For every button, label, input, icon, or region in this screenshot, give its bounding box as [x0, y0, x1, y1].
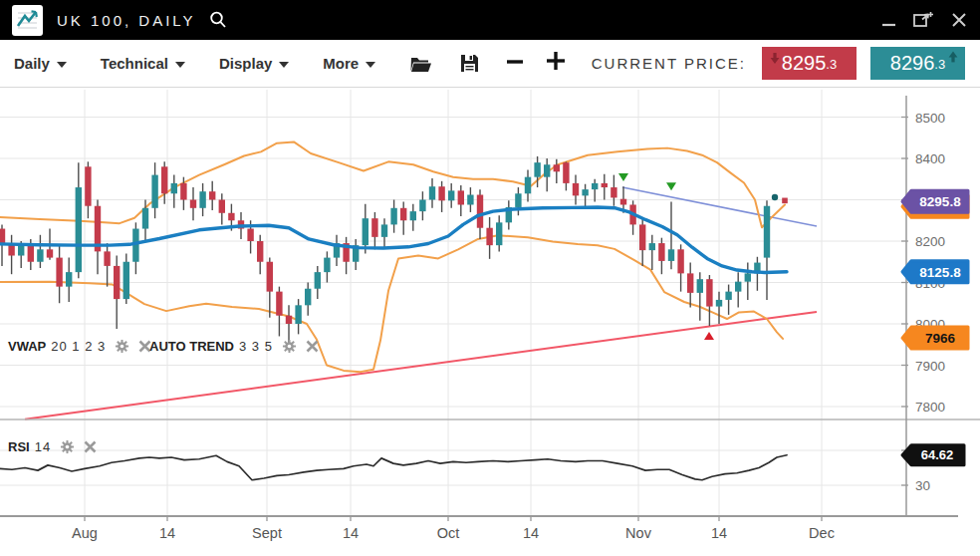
instrument-title: UK 100, DAILY: [57, 12, 196, 29]
candle-body: [554, 164, 560, 171]
candle-body: [400, 208, 406, 220]
chevron-down-icon: [366, 62, 375, 68]
chevron-down-icon: [57, 62, 67, 68]
candle-body: [697, 279, 703, 293]
forecast-dot: [772, 194, 778, 200]
gear-icon: [60, 439, 75, 454]
candle-body: [228, 213, 234, 220]
zoom-out-button[interactable]: [506, 48, 524, 79]
auto-trend-remove-button[interactable]: [306, 340, 319, 353]
time-tick-label: 14: [523, 525, 539, 541]
vwap-params: 20 1 2 3: [51, 339, 106, 354]
arrow-up-icon: [948, 51, 958, 63]
menu-technical[interactable]: Technical: [101, 55, 185, 72]
time-tick-label: Sept: [252, 525, 282, 541]
candle-body: [161, 166, 167, 193]
candle-body: [458, 190, 464, 204]
menu-more[interactable]: More: [323, 55, 375, 72]
candle-body: [56, 258, 62, 287]
candle-body: [151, 175, 157, 208]
auto-trend-indicator-label: AUTO TREND 3 3 5: [149, 339, 319, 354]
buy-price-value: 8296.3: [890, 52, 945, 75]
buy-price-badge[interactable]: 8296.3: [870, 47, 965, 80]
candle-body: [592, 183, 598, 189]
candle-body: [706, 279, 712, 306]
time-tick-label: 14: [159, 525, 175, 541]
sell-signal-icon: [618, 173, 628, 181]
close-icon: [84, 440, 97, 453]
chart-toolbar: Daily Technical Display More CURRENT PRI…: [0, 40, 980, 88]
candle-body: [725, 292, 731, 300]
time-tick-label: Nov: [625, 525, 652, 541]
price-tag-label: 8295.8: [919, 194, 961, 209]
candle-body: [371, 218, 377, 237]
auto-trend-settings-button[interactable]: [282, 339, 297, 354]
candle-body: [544, 164, 550, 176]
zoom-in-button[interactable]: [546, 48, 566, 79]
menu-daily[interactable]: Daily: [14, 55, 67, 72]
rsi-params: 14: [35, 439, 51, 454]
candle-body: [486, 228, 492, 245]
candle-body: [286, 316, 292, 324]
sell-price-value: 8295.3: [782, 52, 837, 75]
vwap-indicator-label: VWAP 20 1 2 3: [8, 339, 151, 354]
candle-body: [267, 262, 273, 292]
close-icon: [306, 340, 319, 353]
minimize-icon: [881, 12, 896, 28]
candle-body: [525, 177, 531, 194]
candle-body: [534, 162, 540, 177]
candle-body: [563, 162, 569, 183]
candle-body: [658, 243, 664, 261]
candle-body: [47, 249, 53, 257]
minus-icon: [506, 48, 524, 74]
rsi-line: [0, 455, 787, 480]
candle-body: [716, 300, 722, 307]
menu-display[interactable]: Display: [219, 55, 289, 72]
price-tick-label: 7800: [915, 400, 945, 415]
menu-technical-label: Technical: [101, 55, 168, 72]
candle-body: [448, 190, 454, 200]
menu-daily-label: Daily: [14, 55, 50, 72]
candle-body: [611, 187, 616, 197]
rsi-value-label: 64.62: [921, 447, 954, 462]
candle-body: [745, 273, 751, 281]
search-icon[interactable]: [208, 10, 228, 30]
close-button[interactable]: [950, 11, 968, 29]
rsi-settings-button[interactable]: [60, 439, 75, 454]
rsi-remove-button[interactable]: [84, 440, 97, 453]
popout-icon: [912, 10, 934, 30]
candle-body: [66, 272, 72, 287]
minimize-button[interactable]: [881, 12, 896, 28]
candle-body: [467, 195, 473, 205]
price-tick-label: 7900: [915, 359, 945, 374]
rsi-level-label: 30: [915, 478, 930, 493]
candle-body: [104, 251, 110, 266]
candle-body: [295, 305, 301, 324]
candle-body: [142, 208, 148, 229]
auto-trend-params: 3 3 5: [239, 339, 273, 354]
candle-body: [582, 189, 588, 195]
save-chart-button[interactable]: [459, 53, 480, 74]
candle-body: [305, 289, 311, 306]
price-chart-canvas[interactable]: 850084008300820081008000790078007030Aug1…: [0, 88, 980, 556]
price-tag-label: 8125.8: [919, 265, 961, 280]
candle-body: [123, 262, 129, 299]
candle-body: [171, 183, 177, 193]
auto-trend-name: AUTO TREND: [149, 339, 234, 354]
candle-body: [639, 224, 645, 250]
candle-body: [438, 186, 444, 200]
candle-body: [677, 249, 683, 273]
window-controls: [881, 10, 968, 30]
menu-display-label: Display: [219, 55, 272, 72]
vwap-name: VWAP: [8, 339, 46, 354]
vwap-settings-button[interactable]: [115, 339, 129, 354]
candle-body: [602, 183, 608, 187]
candle-body: [324, 258, 330, 273]
popout-button[interactable]: [912, 10, 934, 30]
titlebar: UK 100, DAILY: [0, 0, 980, 40]
gear-icon: [115, 339, 129, 354]
candle-body: [0, 229, 5, 244]
candle-body: [573, 183, 579, 195]
sell-price-badge[interactable]: 8295.3: [762, 47, 857, 80]
open-chart-button[interactable]: [409, 54, 433, 74]
